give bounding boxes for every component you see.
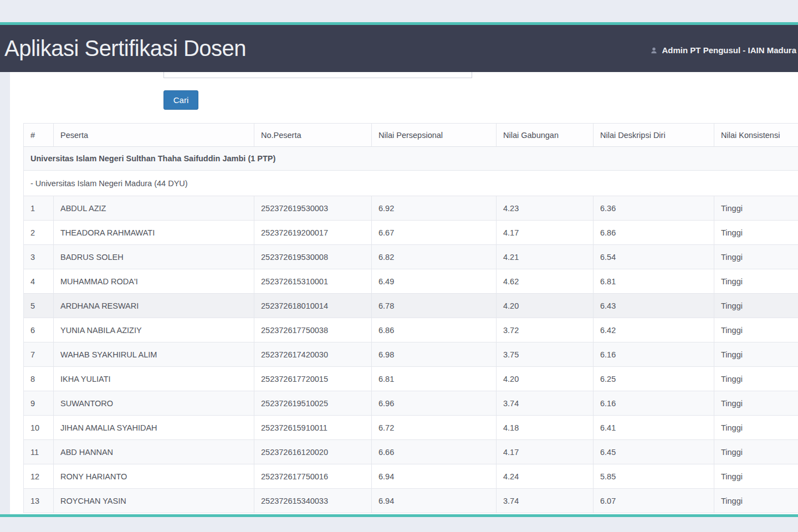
- table-row: 5ARDHANA RESWARI2523726180100146.784.206…: [24, 294, 798, 318]
- cell-nilai-persepsional: 6.82: [372, 245, 497, 269]
- user-menu[interactable]: Admin PT Pengusul - IAIN Madura: [650, 45, 798, 55]
- cell-peserta: IKHA YULIATI: [54, 367, 254, 391]
- cell-nilai-persepsional: 6.72: [372, 416, 497, 440]
- cell-nilai-gabungan: 4.20: [497, 294, 594, 318]
- cell-nilai-konsistensi: Tinggi: [714, 318, 798, 342]
- cell-no-peserta: 252372618010014: [254, 294, 372, 318]
- cell-peserta: ROYCHAN YASIN: [54, 489, 254, 513]
- cell-nilai-konsistensi: Tinggi: [714, 245, 798, 269]
- cell-nilai-deskripsi-diri: 5.85: [594, 464, 714, 489]
- cell-nilai-gabungan: 3.74: [497, 391, 594, 416]
- subgroup-header-row: - Universitas Islam Negeri Madura (44 DY…: [24, 171, 798, 196]
- table-row: 10JIHAN AMALIA SYAHIDAH2523726159100116.…: [24, 416, 798, 440]
- cell-nilai-gabungan: 3.75: [497, 342, 594, 367]
- cell-peserta: SUWANTORO: [54, 391, 254, 416]
- results-table: #PesertaNo.PesertaNilai PersepsionalNila…: [23, 123, 798, 513]
- cell-no: 2: [24, 221, 54, 245]
- cell-nilai-persepsional: 6.86: [372, 318, 497, 342]
- cell-no: 8: [24, 367, 54, 391]
- cell-nilai-gabungan: 4.17: [497, 221, 594, 245]
- cell-nilai-deskripsi-diri: 6.45: [594, 440, 714, 464]
- table-row: 9SUWANTORO2523726195100256.963.746.16Tin…: [24, 391, 798, 416]
- cell-no-peserta: 252372619530003: [254, 196, 372, 221]
- cell-nilai-deskripsi-diri: 6.42: [594, 318, 714, 342]
- table-row: 1ABDUL AZIZ2523726195300036.924.236.36Ti…: [24, 196, 798, 221]
- cell-nilai-gabungan: 4.23: [497, 196, 594, 221]
- cell-nilai-persepsional: 6.66: [372, 440, 497, 464]
- cell-peserta: JIHAN AMALIA SYAHIDAH: [54, 416, 254, 440]
- page: Aplikasi Sertifikasi Dosen Admin PT Peng…: [0, 0, 798, 532]
- table-row: 6YUNIA NABILA AZIZIY2523726177500386.863…: [24, 318, 798, 342]
- cell-peserta: WAHAB SYAKHIRUL ALIM: [54, 342, 254, 367]
- cell-nilai-deskripsi-diri: 6.81: [594, 269, 714, 294]
- cell-no-peserta: 252372616120020: [254, 440, 372, 464]
- table-row: 3BADRUS SOLEH2523726195300086.824.216.54…: [24, 245, 798, 269]
- cell-nilai-konsistensi: Tinggi: [714, 391, 798, 416]
- cell-peserta: RONY HARIANTO: [54, 464, 254, 489]
- cell-nilai-konsistensi: Tinggi: [714, 269, 798, 294]
- top-band: [0, 0, 798, 22]
- cell-peserta: YUNIA NABILA AZIZIY: [54, 318, 254, 342]
- table-row: 7WAHAB SYAKHIRUL ALIM2523726174200306.98…: [24, 342, 798, 367]
- table-body: Universitas Islam Negeri Sulthan Thaha S…: [24, 147, 798, 513]
- search-button[interactable]: Cari: [163, 90, 198, 110]
- cell-nilai-gabungan: 4.62: [497, 269, 594, 294]
- user-icon: [650, 47, 658, 54]
- cell-no: 1: [24, 196, 54, 221]
- cell-nilai-konsistensi: Tinggi: [714, 196, 798, 221]
- cell-nilai-gabungan: 4.24: [497, 464, 594, 489]
- cell-no-peserta: 252372615310001: [254, 269, 372, 294]
- col-header: No.Peserta: [254, 124, 372, 147]
- cell-nilai-gabungan: 4.18: [497, 416, 594, 440]
- cell-nilai-deskripsi-diri: 6.16: [594, 391, 714, 416]
- cell-no-peserta: 252372617750038: [254, 318, 372, 342]
- cell-nilai-konsistensi: Tinggi: [714, 367, 798, 391]
- cell-nilai-konsistensi: Tinggi: [714, 416, 798, 440]
- table-row: 11ABD HANNAN2523726161200206.664.176.45T…: [24, 440, 798, 464]
- group-header-label: Universitas Islam Negeri Sulthan Thaha S…: [24, 147, 798, 171]
- cell-peserta: ABDUL AZIZ: [54, 196, 254, 221]
- cell-no: 5: [24, 294, 54, 318]
- table-row: 13ROYCHAN YASIN2523726153400336.943.746.…: [24, 489, 798, 513]
- cell-nilai-deskripsi-diri: 6.16: [594, 342, 714, 367]
- col-header: #: [24, 124, 54, 147]
- cell-nilai-konsistensi: Tinggi: [714, 464, 798, 489]
- cell-nilai-persepsional: 6.98: [372, 342, 497, 367]
- cell-no-peserta: 252372615910011: [254, 416, 372, 440]
- cell-peserta: THEADORA RAHMAWATI: [54, 221, 254, 245]
- cell-nilai-deskripsi-diri: 6.25: [594, 367, 714, 391]
- cell-no: 10: [24, 416, 54, 440]
- cell-nilai-gabungan: 4.21: [497, 245, 594, 269]
- cell-nilai-gabungan: 4.20: [497, 367, 594, 391]
- cell-no-peserta: 252372617750016: [254, 464, 372, 489]
- cell-no-peserta: 252372619510025: [254, 391, 372, 416]
- table-header-row: #PesertaNo.PesertaNilai PersepsionalNila…: [24, 124, 798, 147]
- content-panel: Cari #PesertaNo.PesertaNilai Persepsiona…: [10, 72, 798, 514]
- app-title: Aplikasi Sertifikasi Dosen: [0, 36, 246, 61]
- results-table-wrap: #PesertaNo.PesertaNilai PersepsionalNila…: [23, 123, 798, 513]
- cell-nilai-persepsional: 6.96: [372, 391, 497, 416]
- col-header: Nilai Persepsional: [372, 124, 497, 147]
- table-row: 4MUHAMMAD RODA'I2523726153100016.494.626…: [24, 269, 798, 294]
- search-input[interactable]: [163, 72, 472, 78]
- col-header: Nilai Gabungan: [497, 124, 594, 147]
- cell-nilai-gabungan: 4.17: [497, 440, 594, 464]
- cell-nilai-persepsional: 6.94: [372, 489, 497, 513]
- cell-no: 7: [24, 342, 54, 367]
- cell-nilai-persepsional: 6.67: [372, 221, 497, 245]
- cell-peserta: ARDHANA RESWARI: [54, 294, 254, 318]
- cell-peserta: BADRUS SOLEH: [54, 245, 254, 269]
- cell-nilai-deskripsi-diri: 6.41: [594, 416, 714, 440]
- cell-no: 4: [24, 269, 54, 294]
- table-row: 8IKHA YULIATI2523726177200156.814.206.25…: [24, 367, 798, 391]
- cell-nilai-persepsional: 6.81: [372, 367, 497, 391]
- cell-no: 12: [24, 464, 54, 489]
- cell-nilai-deskripsi-diri: 6.07: [594, 489, 714, 513]
- cell-peserta: ABD HANNAN: [54, 440, 254, 464]
- table-row: 12RONY HARIANTO2523726177500166.944.245.…: [24, 464, 798, 489]
- col-header: Nilai Konsistensi: [714, 124, 798, 147]
- cell-nilai-persepsional: 6.49: [372, 269, 497, 294]
- cell-nilai-deskripsi-diri: 6.86: [594, 221, 714, 245]
- cell-nilai-gabungan: 3.72: [497, 318, 594, 342]
- col-header: Nilai Deskripsi Diri: [594, 124, 714, 147]
